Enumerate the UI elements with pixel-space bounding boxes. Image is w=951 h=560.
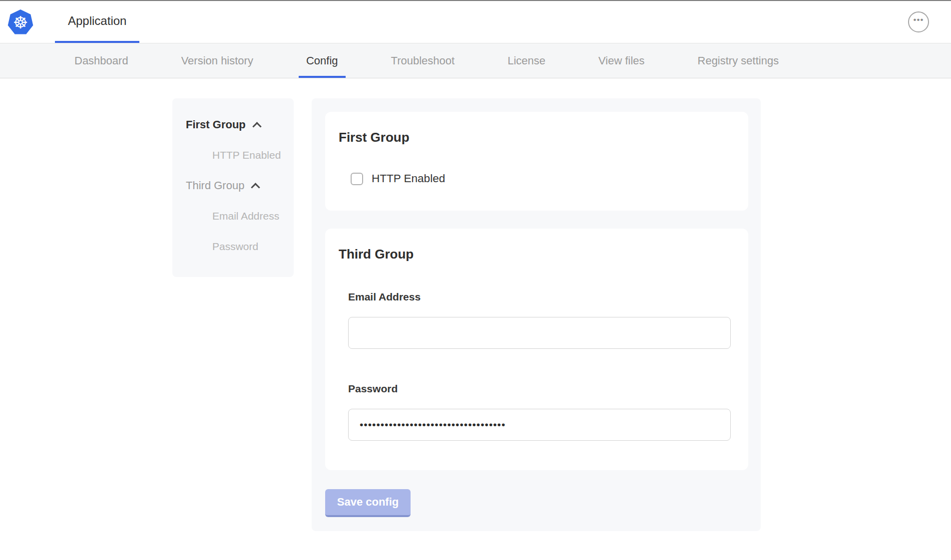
nav-tab-view-files[interactable]: View files	[591, 43, 652, 78]
sidebar-item-label: Third Group	[186, 179, 244, 192]
chevron-up-icon	[252, 122, 261, 131]
checkbox-label: HTTP Enabled	[372, 172, 445, 185]
http-enabled-checkbox[interactable]	[351, 173, 363, 185]
config-sidebar: First Group HTTP Enabled Third Group Ema…	[172, 98, 294, 277]
sidebar-item-password[interactable]: Password	[172, 231, 294, 262]
config-group-third: Third Group Email Address Password	[325, 229, 748, 470]
app-header: ☸ Application •••	[0, 1, 951, 43]
nav-tab-version-history[interactable]: Version history	[174, 43, 261, 78]
sidebar-item-first-group[interactable]: First Group	[172, 109, 294, 140]
nav-tab-dashboard[interactable]: Dashboard	[67, 43, 136, 78]
group-title: Third Group	[325, 229, 748, 262]
save-config-button[interactable]: Save config	[325, 489, 411, 517]
chevron-up-icon	[251, 183, 260, 192]
tab-application[interactable]: Application	[55, 1, 139, 43]
ellipsis-icon: •••	[914, 15, 924, 25]
sidebar-item-label: HTTP Enabled	[186, 149, 281, 161]
nav-tab-license[interactable]: License	[500, 43, 553, 78]
email-address-input[interactable]	[348, 317, 731, 349]
sidebar-item-http-enabled[interactable]: HTTP Enabled	[172, 140, 294, 170]
config-group-first: First Group HTTP Enabled	[325, 112, 748, 211]
sidebar-item-label: First Group	[186, 118, 246, 131]
sidebar-item-label: Password	[186, 241, 258, 253]
app-nav: Dashboard Version history Config Trouble…	[0, 43, 951, 78]
email-address-label: Email Address	[348, 291, 748, 303]
helm-wheel-glyph: ☸	[13, 14, 28, 31]
sidebar-item-third-group[interactable]: Third Group	[172, 170, 294, 201]
kubernetes-logo-icon: ☸	[7, 7, 33, 36]
tab-application-label: Application	[68, 14, 126, 28]
password-label: Password	[348, 383, 748, 395]
nav-tab-registry-settings[interactable]: Registry settings	[690, 43, 787, 78]
http-enabled-row: HTTP Enabled	[351, 172, 748, 185]
sidebar-item-email-address[interactable]: Email Address	[172, 201, 294, 231]
nav-tab-troubleshoot[interactable]: Troubleshoot	[384, 43, 463, 78]
overflow-menu-button[interactable]: •••	[908, 11, 929, 32]
password-input[interactable]	[348, 409, 731, 441]
sidebar-item-label: Email Address	[186, 210, 279, 222]
nav-tab-config[interactable]: Config	[299, 43, 346, 78]
group-title: First Group	[325, 112, 748, 145]
config-page: First Group HTTP Enabled Third Group Ema…	[0, 78, 951, 560]
config-panel: First Group HTTP Enabled Third Group Ema…	[312, 98, 761, 531]
